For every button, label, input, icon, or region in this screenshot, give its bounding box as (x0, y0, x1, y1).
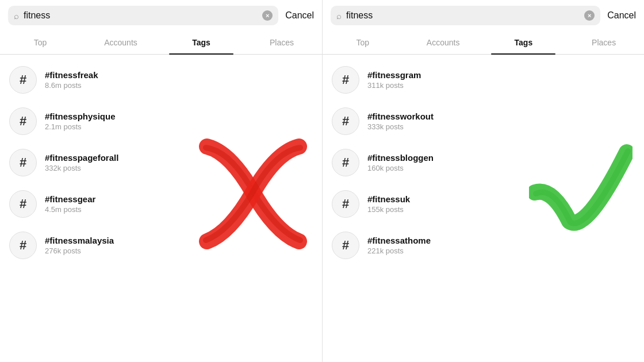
right-clear-button[interactable]: × (584, 10, 595, 21)
right-panel: ⌕ × Cancel Top Accounts Tags Places # #f… (322, 0, 644, 362)
tag-posts: 155k posts (367, 205, 410, 214)
right-search-bar: ⌕ × Cancel (323, 0, 644, 31)
right-cancel-button[interactable]: Cancel (607, 10, 636, 21)
right-search-input[interactable] (346, 10, 580, 21)
tag-name: #fitnessworkout (367, 111, 434, 121)
tag-info: #fitnessworkout 333k posts (367, 111, 434, 131)
left-search-bar: ⌕ × Cancel (0, 0, 322, 31)
right-tab-tags[interactable]: Tags (484, 31, 564, 54)
tag-posts: 333k posts (367, 122, 434, 131)
right-tab-places[interactable]: Places (564, 31, 644, 54)
hash-circle: # (332, 66, 359, 94)
tag-item[interactable]: # #fitnessfreak 8.6m posts (0, 59, 322, 101)
right-tab-accounts[interactable]: Accounts (403, 31, 484, 54)
hash-circle: # (9, 232, 37, 259)
hash-circle: # (9, 190, 37, 218)
tag-name: #fitnessgear (45, 194, 95, 204)
tag-item[interactable]: # #fitnessathome 221k posts (323, 225, 644, 266)
tag-item[interactable]: # #fitnessgear 4.5m posts (0, 183, 322, 225)
tag-info: #fitnessbloggen 160k posts (367, 153, 434, 172)
tag-info: #fitnessfreak 8.6m posts (45, 70, 98, 90)
tag-info: #fitnessuk 155k posts (367, 194, 410, 214)
hash-circle: # (9, 149, 37, 176)
left-cancel-button[interactable]: Cancel (285, 10, 314, 21)
tag-item[interactable]: # #fitnessmalaysia 276k posts (0, 225, 322, 266)
tag-posts: 276k posts (45, 247, 114, 255)
tag-name: #fitnesspageforall (45, 153, 118, 163)
hash-circle: # (332, 190, 359, 218)
tag-info: #fitnessmalaysia 276k posts (45, 236, 114, 255)
right-tab-top[interactable]: Top (323, 31, 403, 54)
right-tag-list: # #fitnessgram 311k posts # #fitnesswork… (323, 55, 644, 266)
tag-posts: 2.1m posts (45, 122, 116, 131)
tag-name: #fitnessgram (367, 70, 421, 80)
tag-name: #fitnessathome (367, 236, 431, 245)
hash-circle: # (9, 107, 37, 135)
left-panel: ⌕ × Cancel Top Accounts Tags Places # #f… (0, 0, 322, 362)
tag-name: #fitnessbloggen (367, 153, 434, 163)
tag-name: #fitnessphysique (45, 111, 116, 121)
tag-info: #fitnessathome 221k posts (367, 236, 431, 255)
tag-posts: 311k posts (367, 81, 421, 90)
tag-posts: 4.5m posts (45, 205, 95, 214)
left-tab-tags[interactable]: Tags (161, 31, 241, 54)
left-clear-button[interactable]: × (262, 10, 273, 21)
tag-info: #fitnessgear 4.5m posts (45, 194, 95, 214)
tag-item[interactable]: # #fitnessbloggen 160k posts (323, 142, 644, 183)
hash-circle: # (332, 232, 359, 259)
search-icon-right: ⌕ (336, 11, 342, 21)
tag-name: #fitnessmalaysia (45, 236, 114, 245)
tag-info: #fitnessgram 311k posts (367, 70, 421, 90)
tag-item[interactable]: # #fitnessphysique 2.1m posts (0, 101, 322, 142)
tag-name: #fitnessuk (367, 194, 410, 204)
hash-circle: # (332, 107, 359, 135)
left-tag-list: # #fitnessfreak 8.6m posts # #fitnessphy… (0, 55, 322, 266)
right-search-input-wrap[interactable]: ⌕ × (331, 6, 600, 25)
tag-info: #fitnesspageforall 332k posts (45, 153, 118, 172)
search-icon: ⌕ (14, 11, 19, 21)
tag-posts: 8.6m posts (45, 81, 98, 90)
tag-item[interactable]: # #fitnessuk 155k posts (323, 183, 644, 225)
hash-circle: # (332, 149, 359, 176)
tag-info: #fitnessphysique 2.1m posts (45, 111, 116, 131)
tag-posts: 160k posts (367, 164, 434, 172)
left-tab-top[interactable]: Top (0, 31, 80, 54)
tag-item[interactable]: # #fitnesspageforall 332k posts (0, 142, 322, 183)
hash-circle: # (9, 66, 37, 94)
left-search-input[interactable] (24, 10, 258, 21)
right-nav-tabs: Top Accounts Tags Places (323, 31, 644, 55)
tag-name: #fitnessfreak (45, 70, 98, 80)
tag-item[interactable]: # #fitnessworkout 333k posts (323, 101, 644, 142)
left-search-input-wrap[interactable]: ⌕ × (8, 6, 278, 25)
tag-posts: 332k posts (45, 164, 118, 172)
left-nav-tabs: Top Accounts Tags Places (0, 31, 322, 55)
left-tab-accounts[interactable]: Accounts (80, 31, 161, 54)
left-tab-places[interactable]: Places (241, 31, 322, 54)
tag-item[interactable]: # #fitnessgram 311k posts (323, 59, 644, 101)
tag-posts: 221k posts (367, 247, 431, 255)
